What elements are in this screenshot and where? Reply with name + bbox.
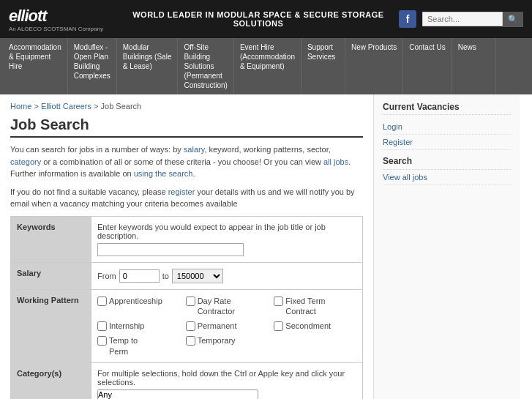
sidebar: Current Vacancies Login Register Search … bbox=[373, 94, 520, 399]
working-pattern-field: Apprenticeship Day RateContractor Fixed … bbox=[91, 290, 362, 362]
breadcrumb-current: Job Search bbox=[101, 102, 142, 111]
breadcrumb: Home > Elliott Careers > Job Search bbox=[10, 102, 363, 111]
salary-link[interactable]: salary bbox=[184, 145, 205, 154]
salary-to-label: to bbox=[162, 272, 169, 280]
category-select[interactable]: Any Administration/Clerical Driver Engin… bbox=[97, 389, 258, 399]
main-navigation: Accommodation& EquipmentHireModuflex -Op… bbox=[0, 38, 532, 94]
wp-day-rate: Day RateContractor bbox=[186, 296, 269, 317]
category-label: Category(s) bbox=[11, 363, 91, 399]
nav-item[interactable]: SupportServices bbox=[301, 38, 345, 94]
wp-secondment-label: Secondment bbox=[285, 321, 331, 331]
wp-temp-perm-checkbox[interactable] bbox=[97, 336, 107, 346]
category-row: Category(s) For multiple selections, hol… bbox=[11, 363, 362, 399]
working-pattern-row: Working Pattern Apprenticeship Day RateC… bbox=[11, 290, 362, 363]
breadcrumb-sep1: > bbox=[34, 102, 38, 111]
keywords-desc: Enter keywords you would expect to appea… bbox=[97, 223, 356, 240]
wp-fixed-term: Fixed TermContract bbox=[274, 296, 356, 317]
content-wrapper: Home > Elliott Careers > Job Search Job … bbox=[0, 94, 532, 399]
sidebar-link-login[interactable]: Login bbox=[383, 119, 511, 135]
working-pattern-grid: Apprenticeship Day RateContractor Fixed … bbox=[97, 296, 356, 357]
sidebar-heading: Current Vacancies bbox=[383, 102, 511, 115]
header-search-input[interactable] bbox=[422, 12, 503, 26]
category-option-any[interactable]: Any bbox=[98, 390, 258, 399]
working-pattern-label: Working Pattern bbox=[11, 290, 91, 362]
nav-item[interactable]: Off-SiteBuildingSolutions(PermanentConst… bbox=[178, 38, 233, 94]
nav-item[interactable]: Contact Us bbox=[403, 38, 452, 94]
wp-temporary: Temporary bbox=[186, 335, 269, 357]
wp-day-rate-checkbox[interactable] bbox=[186, 297, 195, 306]
breadcrumb-careers[interactable]: Elliott Careers bbox=[41, 102, 91, 111]
category-field: For multiple selections, hold down the C… bbox=[91, 363, 362, 399]
sidebar-link-view-all-jobs[interactable]: View all jobs bbox=[383, 170, 511, 185]
page-header: elliott An ALGECO SCOTSMAN Company WORLD… bbox=[0, 0, 532, 38]
header-search-button[interactable]: 🔍 bbox=[503, 12, 523, 27]
page-title: Job Search bbox=[10, 116, 363, 138]
register-link[interactable]: register bbox=[168, 187, 195, 196]
nav-item[interactable]: Event Hire(Accommodation& Equipment) bbox=[234, 38, 301, 94]
job-search-form: Keywords Enter keywords you would expect… bbox=[10, 216, 363, 400]
keywords-row: Keywords Enter keywords you would expect… bbox=[11, 217, 362, 263]
using-search-link[interactable]: using the search bbox=[134, 169, 193, 178]
intro-paragraph-2: If you do not find a suitable vacancy, p… bbox=[10, 186, 363, 210]
main-content: Home > Elliott Careers > Job Search Job … bbox=[0, 94, 373, 399]
wp-internship-label: Internship bbox=[109, 321, 144, 331]
wp-temp-perm-label: Temp toPerm bbox=[109, 335, 138, 357]
wp-permanent: Permanent bbox=[186, 321, 269, 331]
category-desc: For multiple selections, hold down the C… bbox=[97, 369, 356, 387]
all-jobs-link[interactable]: all jobs bbox=[323, 157, 348, 166]
salary-label: Salary bbox=[11, 263, 91, 289]
keywords-input[interactable] bbox=[97, 243, 244, 256]
salary-from-label: From bbox=[97, 272, 116, 280]
salary-to-select[interactable]: 150000 bbox=[172, 269, 223, 283]
wp-day-rate-label: Day RateContractor bbox=[198, 296, 235, 317]
salary-inputs: From to 150000 bbox=[97, 269, 356, 283]
wp-apprenticeship-label: Apprenticeship bbox=[109, 296, 162, 306]
nav-item[interactable]: Moduflex -Open PlanBuildingComplexes bbox=[68, 38, 117, 94]
nav-item[interactable]: News bbox=[452, 38, 496, 94]
keywords-label: Keywords bbox=[11, 217, 91, 262]
breadcrumb-home[interactable]: Home bbox=[10, 102, 31, 111]
wp-secondment: Secondment bbox=[274, 321, 356, 331]
wp-temporary-label: Temporary bbox=[198, 335, 236, 346]
wp-internship: Internship bbox=[97, 321, 180, 331]
salary-field: From to 150000 bbox=[91, 263, 362, 289]
wp-temp-perm: Temp toPerm bbox=[97, 335, 180, 357]
header-search[interactable]: 🔍 bbox=[422, 12, 523, 27]
keywords-field: Enter keywords you would expect to appea… bbox=[91, 217, 362, 262]
wp-permanent-checkbox[interactable] bbox=[186, 321, 195, 331]
salary-from-input[interactable] bbox=[119, 269, 160, 283]
wp-secondment-checkbox[interactable] bbox=[274, 321, 283, 331]
logo: elliott bbox=[9, 7, 103, 26]
wp-fixed-term-label: Fixed TermContract bbox=[285, 296, 325, 317]
sidebar-link-register[interactable]: Register bbox=[383, 135, 511, 150]
nav-item[interactable]: Accommodation& EquipmentHire bbox=[3, 38, 68, 94]
wp-temporary-checkbox[interactable] bbox=[186, 336, 195, 346]
salary-row: Salary From to 150000 bbox=[11, 263, 362, 290]
sidebar-search-label: Search bbox=[383, 153, 511, 170]
wp-apprenticeship-checkbox[interactable] bbox=[97, 297, 107, 306]
facebook-icon[interactable]: f bbox=[399, 10, 416, 28]
tagline: WORLD LEADER IN MODULAR SPACE & SECURE S… bbox=[118, 10, 399, 28]
wp-permanent-label: Permanent bbox=[198, 321, 237, 331]
header-right: f 🔍 bbox=[399, 10, 523, 28]
category-link[interactable]: category bbox=[10, 157, 41, 166]
wp-fixed-term-checkbox[interactable] bbox=[274, 297, 283, 306]
wp-internship-checkbox[interactable] bbox=[97, 321, 107, 331]
nav-item[interactable]: New Products bbox=[345, 38, 403, 94]
breadcrumb-sep2: > bbox=[94, 102, 98, 111]
intro-paragraph-1: You can search for jobs in a number of w… bbox=[10, 143, 363, 180]
logo-area: elliott An ALGECO SCOTSMAN Company bbox=[9, 7, 103, 32]
logo-subtitle: An ALGECO SCOTSMAN Company bbox=[9, 26, 103, 32]
nav-item[interactable]: ModularBuildings (Sale& Lease) bbox=[117, 38, 179, 94]
wp-apprenticeship: Apprenticeship bbox=[97, 296, 180, 317]
